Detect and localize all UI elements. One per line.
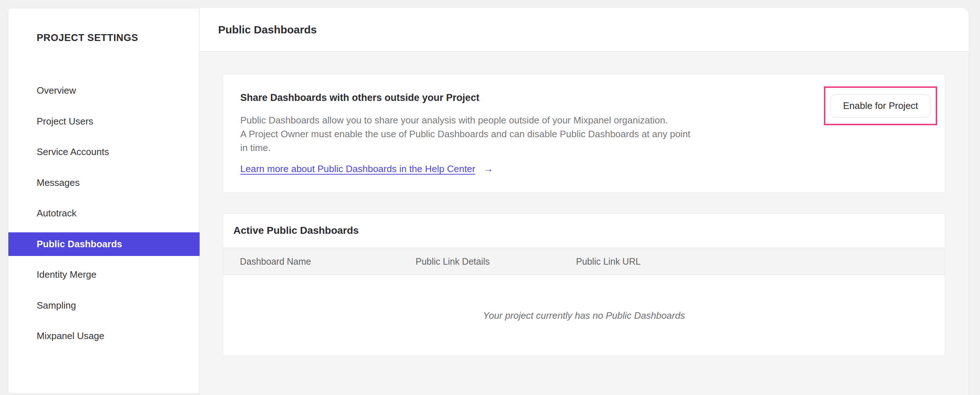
sidebar-item-service-accounts[interactable]: Service Accounts	[8, 140, 200, 164]
page-title: Public Dashboards	[218, 24, 317, 36]
arrow-right-icon: →	[484, 163, 493, 175]
content-area: Share Dashboards with others outside you…	[200, 52, 969, 395]
sidebar-item-label: Mixpanel Usage	[37, 330, 104, 342]
sidebar-nav: Overview Project Users Service Accounts …	[8, 79, 200, 355]
sidebar-item-label: Public Dashboards	[37, 239, 123, 250]
column-dashboard-name: Dashboard Name	[240, 248, 311, 275]
sidebar-item-label: Sampling	[37, 300, 76, 311]
sidebar-item-label: Identity Merge	[37, 269, 97, 280]
empty-state-message: Your project currently has no Public Das…	[223, 275, 945, 356]
description-line-1: Public Dashboards allow you to share you…	[240, 113, 928, 127]
sidebar-title: PROJECT SETTINGS	[37, 32, 138, 43]
sidebar-item-messages[interactable]: Messages	[8, 171, 200, 194]
sidebar-item-label: Messages	[37, 177, 80, 188]
help-center-link[interactable]: Learn more about Public Dashboards in th…	[240, 163, 476, 175]
share-dashboards-card: Share Dashboards with others outside you…	[223, 74, 945, 193]
description-line-3: in time.	[240, 141, 928, 154]
column-public-link-url: Public Link URL	[576, 248, 641, 275]
project-settings-sidebar: PROJECT SETTINGS Overview Project Users …	[8, 8, 199, 393]
sidebar-item-autotrack[interactable]: Autotrack	[8, 201, 200, 225]
page-background: { "sidebar": { "title": "PROJECT SETTING…	[0, 0, 980, 395]
sidebar-item-overview[interactable]: Overview	[8, 79, 200, 102]
sidebar-item-project-users[interactable]: Project Users	[8, 110, 200, 133]
dashboards-table-header: Dashboard Name Public Link Details Publi…	[223, 248, 945, 275]
column-public-link-details: Public Link Details	[415, 248, 490, 275]
help-link-row: Learn more about Public Dashboards in th…	[240, 163, 928, 175]
description-line-2: A Project Owner must enable the use of P…	[240, 127, 928, 141]
share-card-description: Public Dashboards allow you to share you…	[240, 113, 928, 154]
sidebar-item-label: Overview	[37, 85, 76, 96]
sidebar-item-label: Autotrack	[37, 208, 76, 219]
sidebar-item-public-dashboards[interactable]: Public Dashboards	[8, 233, 200, 256]
active-dashboards-card: Active Public Dashboards Dashboard Name …	[223, 213, 945, 356]
enable-for-project-button[interactable]: Enable for Project	[830, 94, 931, 118]
sidebar-item-label: Service Accounts	[37, 146, 109, 158]
page-header: Public Dashboards	[200, 8, 969, 51]
active-dashboards-title: Active Public Dashboards	[223, 213, 945, 248]
sidebar-item-mixpanel-usage[interactable]: Mixpanel Usage	[8, 324, 200, 348]
sidebar-item-label: Project Users	[37, 116, 93, 127]
share-card-heading: Share Dashboards with others outside you…	[240, 92, 928, 103]
sidebar-item-sampling[interactable]: Sampling	[8, 294, 200, 317]
sidebar-item-identity-merge[interactable]: Identity Merge	[8, 263, 200, 287]
